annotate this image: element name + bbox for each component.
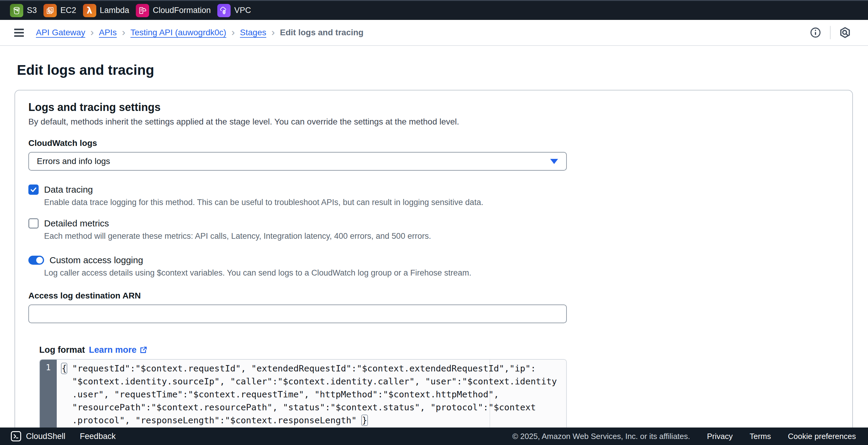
chevron-right-icon: › <box>271 27 275 37</box>
log-format-code[interactable]: { "requestId":"$context.requestId", "ext… <box>57 360 566 429</box>
custom-access-logging-toggle[interactable] <box>28 256 44 265</box>
panel-title: Logs and tracing settings <box>28 101 839 114</box>
breadcrumb-link-testing-api[interactable]: Testing API (auwogrdk0c) <box>130 28 226 37</box>
data-tracing-label: Data tracing <box>44 184 93 195</box>
open-brace: { <box>62 363 67 374</box>
breadcrumb-bar: API Gateway › APIs › Testing API (auwogr… <box>0 20 868 46</box>
console-footer: CloudShell Feedback © 2025, Amazon Web S… <box>0 427 868 445</box>
terms-link[interactable]: Terms <box>750 432 771 441</box>
breadcrumb-link-apis[interactable]: APIs <box>99 28 117 37</box>
chevron-right-icon: › <box>231 27 235 37</box>
data-tracing-option[interactable]: Data tracing <box>28 184 839 195</box>
page-title: Edit logs and tracing <box>17 62 854 78</box>
custom-access-logging-description: Log caller access details using $context… <box>44 268 839 278</box>
cloudwatch-logs-label: CloudWatch logs <box>28 138 839 148</box>
learn-more-link[interactable]: Learn more <box>89 345 148 355</box>
access-log-arn-label: Access log destination ARN <box>28 290 839 301</box>
cookie-preferences-link[interactable]: Cookie preferences <box>788 432 856 441</box>
feedback-button[interactable]: Feedback <box>80 432 116 441</box>
shortcut-label: Lambda <box>100 6 129 15</box>
access-log-arn-input[interactable] <box>28 305 567 323</box>
detailed-metrics-option[interactable]: Detailed metrics <box>28 218 839 229</box>
shortcut-cloudformation[interactable]: CloudFormation <box>136 4 211 17</box>
copyright-text: © 2025, Amazon Web Services, Inc. or its… <box>512 432 690 441</box>
breadcrumb-current: Edit logs and tracing <box>280 28 364 37</box>
lambda-icon: λ <box>83 4 96 17</box>
cloudshell-button[interactable]: CloudShell <box>11 431 65 441</box>
close-brace: } <box>362 415 367 425</box>
hamburger-menu-icon[interactable] <box>14 29 24 37</box>
shortcut-vpc[interactable]: VPC <box>217 4 251 17</box>
info-icon[interactable] <box>809 26 822 39</box>
divider <box>830 26 831 39</box>
detailed-metrics-label: Detailed metrics <box>44 218 109 229</box>
ec2-icon <box>43 4 57 17</box>
data-tracing-checkbox[interactable] <box>28 184 39 195</box>
vpc-icon <box>217 4 230 17</box>
shortcut-label: VPC <box>234 6 251 15</box>
shortcut-s3[interactable]: S3 <box>10 4 37 17</box>
cloudwatch-logs-select[interactable]: Errors and info logs <box>28 152 567 171</box>
logs-and-tracing-panel: Logs and tracing settings By default, me… <box>14 90 853 445</box>
s3-icon <box>10 4 23 17</box>
cloudshell-terminal-icon <box>11 431 21 441</box>
panel-description: By default, methods inherit the settings… <box>28 116 839 127</box>
external-link-icon <box>140 346 148 354</box>
cloudformation-icon <box>136 4 149 17</box>
privacy-link[interactable]: Privacy <box>707 432 733 441</box>
breadcrumb-link-api-gateway[interactable]: API Gateway <box>36 28 85 37</box>
shortcut-label: EC2 <box>60 6 76 15</box>
shortcut-ec2[interactable]: EC2 <box>43 4 76 17</box>
detailed-metrics-checkbox[interactable] <box>28 218 39 229</box>
breadcrumb: API Gateway › APIs › Testing API (auwogr… <box>36 28 363 38</box>
custom-access-logging-label: Custom access logging <box>50 254 143 266</box>
data-tracing-description: Enable data trace logging for this metho… <box>44 197 839 207</box>
cloudwatch-logs-selected-value: Errors and info logs <box>37 157 110 166</box>
shortcut-lambda[interactable]: λ Lambda <box>83 4 129 17</box>
main-content: Edit logs and tracing Logs and tracing s… <box>0 62 868 445</box>
line-number-gutter: 1 <box>40 360 57 429</box>
detailed-metrics-description: Each method will generate these metrics:… <box>44 231 839 241</box>
custom-access-logging-option[interactable]: Custom access logging <box>28 254 839 266</box>
chevron-right-icon: › <box>90 27 94 37</box>
chevron-right-icon: › <box>122 27 125 37</box>
shortcut-label: S3 <box>27 6 37 15</box>
select-caret-icon <box>550 159 558 164</box>
log-format-label: Log format <box>39 345 85 355</box>
amazon-q-icon[interactable] <box>838 26 852 39</box>
top-nav-bar: S3 EC2 λ Lambda CloudFormation <box>0 0 868 20</box>
shortcut-label: CloudFormation <box>153 6 211 15</box>
breadcrumb-link-stages[interactable]: Stages <box>240 28 266 37</box>
